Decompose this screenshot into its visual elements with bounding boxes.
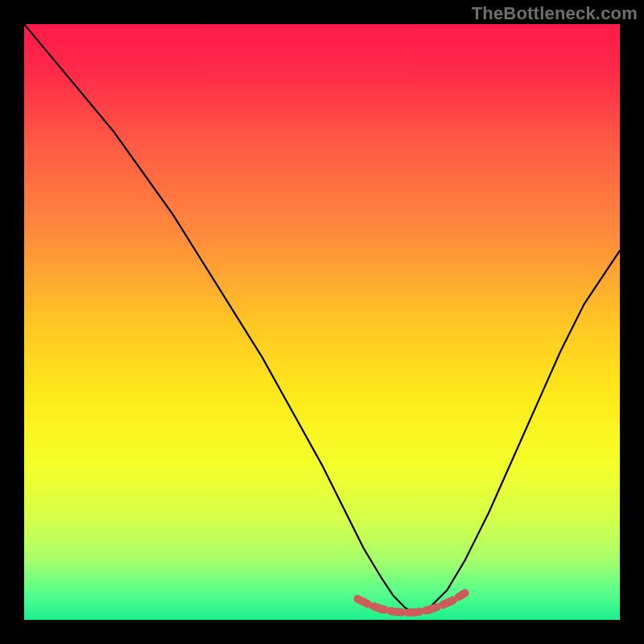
chart-plot-area [24, 24, 620, 620]
chart-svg [24, 24, 620, 620]
chart-frame: TheBottleneck.com [0, 0, 644, 644]
chart-background [24, 24, 620, 620]
watermark-text: TheBottleneck.com [472, 3, 638, 24]
